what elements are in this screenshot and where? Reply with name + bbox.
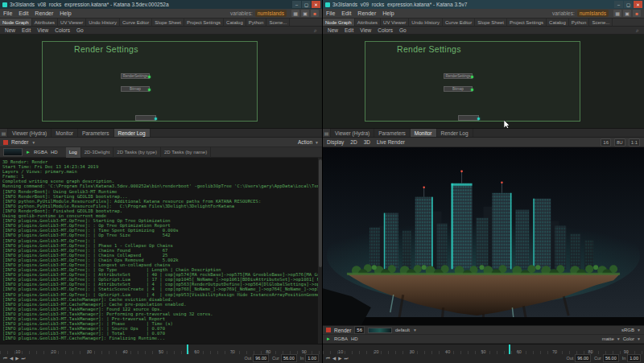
field-value[interactable]: 96.00 xyxy=(253,354,269,362)
stop-icon[interactable] xyxy=(326,328,331,332)
main-tab[interactable]: Slope Sheet xyxy=(475,19,507,26)
title-bar[interactable]: 3x3Islands_v08_rocks_expression.katana* … xyxy=(0,0,322,9)
transport-button[interactable]: ⏭ xyxy=(344,356,348,361)
pass-dropdown[interactable]: default xyxy=(395,328,410,332)
field-value[interactable]: 1.00 xyxy=(305,354,319,362)
timeline-ruler[interactable]: 102030405060708090 xyxy=(0,344,322,354)
render-label[interactable]: Render xyxy=(334,328,351,333)
main-tab[interactable]: Undo History xyxy=(86,19,120,26)
new-window-icon[interactable]: ▣ xyxy=(301,10,309,17)
log-filter-tab[interactable]: 2D Tasks (by name) xyxy=(161,147,211,158)
main-tab[interactable]: Curve Editor xyxy=(120,19,152,26)
close-icon[interactable]: ✕ xyxy=(634,1,642,8)
main-tab[interactable]: Catalog xyxy=(547,19,569,26)
action-dropdown[interactable]: Action ▼ xyxy=(298,139,319,145)
pane-tab[interactable]: Viewer (Hydra) xyxy=(331,129,374,137)
variables-value-dropdown[interactable]: numIslands xyxy=(577,10,609,17)
nodegraph-menu-item[interactable]: Colors xyxy=(55,27,70,33)
menu-item[interactable]: Help xyxy=(60,10,71,16)
minimize-icon[interactable]: – xyxy=(292,1,301,8)
menu-item[interactable]: Render xyxy=(357,10,376,16)
monitor-viewport[interactable] xyxy=(323,147,644,325)
nodegraph-canvas[interactable]: Render Settings RenderSettings Bitmap xyxy=(0,35,322,129)
main-tab[interactable]: Slope Sheet xyxy=(152,19,184,26)
current-frame-marker[interactable] xyxy=(509,344,510,354)
monitor-control[interactable]: 3D xyxy=(364,139,370,145)
rendersettings-node[interactable]: RenderSettings xyxy=(444,73,473,79)
main-tab[interactable]: Scene... xyxy=(589,19,613,26)
render-log-console[interactable]: 3D Render: RenderStart Time: Fri Dec 13 … xyxy=(0,158,322,344)
menu-item[interactable]: Render xyxy=(35,10,53,16)
pane-tab[interactable]: Parameters xyxy=(374,129,411,137)
nodegraph-menu-item[interactable]: View xyxy=(360,27,371,33)
variables-value-dropdown[interactable]: numIslands xyxy=(255,10,287,17)
layout-grid-icon[interactable]: ▦ xyxy=(291,10,299,17)
scrollbar-thumb[interactable] xyxy=(319,159,322,267)
stop-render-icon[interactable]: ■ xyxy=(311,10,319,17)
nodegraph-menu-item[interactable]: New xyxy=(5,27,15,33)
nodegraph-canvas[interactable]: Render Settings RenderSettings Bitmap xyxy=(323,35,644,129)
channel-label[interactable]: RGBA xyxy=(334,336,348,341)
monitor-control[interactable]: 2D xyxy=(350,139,357,145)
bitmap-node[interactable]: Bitmap xyxy=(121,86,150,92)
minimize-icon[interactable]: – xyxy=(614,1,623,8)
title-bar[interactable]: 3x3Islands_v09_rocks_expression.katana* … xyxy=(323,0,644,9)
nodegraph-menu-item[interactable]: Edit xyxy=(345,27,353,33)
pane-grid-icon[interactable]: ▤ xyxy=(0,129,8,137)
nodegraph-menu-item[interactable]: View xyxy=(37,27,48,33)
main-tab[interactable]: Scene... xyxy=(266,19,290,26)
menu-item[interactable]: Help xyxy=(382,10,394,16)
monitor-chip[interactable]: 16 xyxy=(601,138,611,146)
rendersettings-node[interactable]: RenderSettings xyxy=(121,73,150,79)
main-tab[interactable]: Undo History xyxy=(409,19,443,26)
transport-button[interactable]: ◀ xyxy=(332,356,336,361)
menu-item[interactable]: File xyxy=(326,10,335,16)
monitor-control[interactable]: Display xyxy=(327,139,344,145)
nodegraph-menu-item[interactable]: New xyxy=(328,27,338,33)
pane-tab[interactable]: Monitor xyxy=(411,129,437,137)
display-mode-dropdown[interactable]: Color xyxy=(623,336,634,341)
main-tab[interactable]: UV Viewer xyxy=(381,19,409,26)
menu-item[interactable]: File xyxy=(3,10,12,16)
field-value[interactable]: 1.00 xyxy=(627,354,641,362)
output-node[interactable] xyxy=(458,115,479,121)
transport-button[interactable]: ▶ xyxy=(15,356,19,361)
pane-tab[interactable]: Render Log xyxy=(437,129,473,137)
current-frame-marker[interactable] xyxy=(187,344,188,354)
nodegraph-menu-item[interactable]: Go xyxy=(399,27,407,33)
new-window-icon[interactable]: ▣ xyxy=(623,10,631,17)
render-menu[interactable]: Render xyxy=(11,139,28,145)
magnifier-icon[interactable]: ⌕ xyxy=(314,27,317,34)
pane-tab[interactable]: Viewer (Hydra) xyxy=(8,129,52,137)
pane-tab[interactable]: Render Log xyxy=(114,129,151,137)
close-icon[interactable]: ✕ xyxy=(312,1,320,8)
colorspace-dropdown[interactable]: sRGB xyxy=(621,328,634,332)
transport-button[interactable]: ⏮ xyxy=(326,356,330,361)
magnifier-icon[interactable]: ⌕ xyxy=(636,27,639,34)
maximize-icon[interactable]: ▢ xyxy=(624,1,633,8)
log-filter-tab[interactable]: 2D-3Delight xyxy=(81,147,114,158)
main-tab[interactable]: Node Graph xyxy=(0,19,32,26)
main-tab[interactable]: Catalog xyxy=(224,19,246,26)
main-tab[interactable]: Project Settings xyxy=(184,19,224,26)
monitor-control[interactable]: Live Render xyxy=(377,139,405,145)
main-tab[interactable]: Attributes xyxy=(32,19,58,26)
render-thumbnail[interactable] xyxy=(368,328,392,333)
frame-number[interactable]: 56 xyxy=(354,326,365,334)
main-tab[interactable]: UV Viewer xyxy=(58,19,86,26)
main-tab[interactable]: Node Graph xyxy=(323,19,355,26)
catalog-thumbnail[interactable] xyxy=(3,148,23,156)
bitmap-node[interactable]: Bitmap xyxy=(444,86,473,92)
pane-tab[interactable]: Parameters xyxy=(78,129,114,137)
main-tab[interactable]: Attributes xyxy=(355,19,381,26)
main-tab[interactable]: Python xyxy=(246,19,267,26)
menu-item[interactable]: Edit xyxy=(341,10,351,16)
transport-button[interactable]: ⏭ xyxy=(21,356,25,361)
main-tab[interactable]: Python xyxy=(569,19,590,26)
pane-grid-icon[interactable]: ▤ xyxy=(323,129,331,137)
main-tab[interactable]: Project Settings xyxy=(507,19,547,26)
stop-icon[interactable] xyxy=(3,140,8,145)
pane-tab[interactable]: Monitor xyxy=(52,129,78,137)
maximize-icon[interactable]: ▢ xyxy=(302,1,311,8)
monitor-chip[interactable]: 8U xyxy=(614,138,625,146)
